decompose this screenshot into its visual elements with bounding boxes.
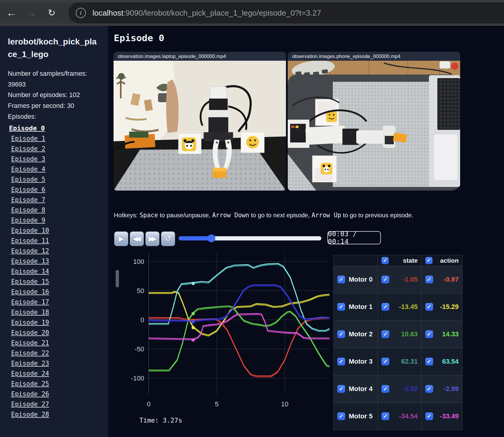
svg-text:0: 0 — [147, 400, 150, 408]
state-column-checkbox[interactable] — [381, 257, 389, 264]
motor-checkbox[interactable] — [337, 358, 345, 365]
motor-action-checkbox[interactable] — [425, 385, 433, 393]
episode-link[interactable]: Episode 13 — [11, 258, 49, 265]
svg-text:100: 100 — [133, 258, 144, 265]
episode-link[interactable]: Episode 14 — [11, 268, 49, 275]
video-phone[interactable] — [288, 61, 460, 191]
episode-link[interactable]: Episode 8 — [11, 206, 45, 214]
episode-link[interactable]: Episode 27 — [11, 401, 49, 408]
seek-slider[interactable] — [179, 236, 321, 240]
episode-heading: Episode 0 — [114, 32, 164, 43]
motor-checkbox[interactable] — [337, 330, 345, 338]
motor-state-checkbox[interactable] — [381, 358, 389, 365]
seek-slider-fill — [179, 236, 211, 240]
motor-checkbox[interactable] — [337, 276, 345, 283]
episode-link[interactable]: Episode 19 — [11, 319, 49, 326]
episode-link[interactable]: Episode 7 — [11, 196, 45, 203]
motor-checkbox[interactable] — [337, 385, 345, 393]
episode-link[interactable]: Episode 24 — [11, 370, 49, 377]
episode-link[interactable]: Episode 17 — [11, 298, 49, 306]
episode-link[interactable]: Episode 20 — [11, 329, 49, 336]
motor-action-checkbox[interactable] — [425, 358, 433, 365]
motor-row: Motor 362.3163.54 — [334, 348, 462, 375]
video-panel-laptop: observation.images.laptop_episode_000000… — [114, 52, 286, 191]
motor-name: Motor 4 — [349, 385, 372, 393]
motor-name-cell: Motor 1 — [334, 293, 378, 320]
video-panel-phone: observation.images.phone_episode_000000.… — [288, 52, 460, 191]
motor-row: Motor 5-34.54-33.49 — [334, 403, 462, 430]
motor-action-cell: -2.99 — [422, 375, 462, 402]
episode-link-current[interactable]: Episode 0 — [9, 124, 45, 132]
url-bar[interactable]: i localhost:9090/lerobot/koch_pick_place… — [68, 2, 504, 23]
episode-link[interactable]: Episode 4 — [11, 166, 45, 173]
state-header-label: state — [403, 257, 418, 264]
motor-state-checkbox[interactable] — [381, 303, 389, 311]
episode-link[interactable]: Episode 21 — [11, 339, 49, 347]
motor-name-cell: Motor 4 — [334, 375, 378, 402]
page-info-icon[interactable]: i — [76, 8, 86, 18]
url-text[interactable]: localhost:9090/lerobot/koch_pick_place_1… — [93, 8, 321, 18]
svg-text:5: 5 — [215, 400, 218, 408]
hotkeys-hint: Hotkeys: Space to pause/unpause, Arrow D… — [114, 212, 413, 219]
motor-state-checkbox[interactable] — [381, 276, 389, 283]
motor-action-value: 63.54 — [442, 358, 459, 365]
motor-row: Motor 0-1.05-0.97 — [334, 266, 462, 293]
motor-table-header-state: state — [378, 255, 421, 266]
motor-action-checkbox[interactable] — [425, 412, 433, 420]
episode-link[interactable]: Episode 2 — [11, 145, 45, 152]
motor-action-checkbox[interactable] — [425, 276, 433, 283]
episode-link[interactable]: Episode 16 — [11, 288, 49, 295]
reload-icon[interactable]: ↻ — [45, 5, 58, 20]
motor-state-value: 10.63 — [401, 330, 418, 338]
motor-action-checkbox[interactable] — [425, 303, 433, 311]
svg-text:-100: -100 — [131, 374, 144, 382]
motor-checkbox[interactable] — [337, 303, 345, 311]
episode-link[interactable]: Episode 5 — [11, 176, 45, 183]
motor-name: Motor 1 — [349, 303, 372, 311]
episode-link[interactable]: Episode 23 — [11, 360, 49, 367]
motor-state-cell: 10.63 — [378, 321, 421, 348]
episode-link[interactable]: Episode 25 — [11, 380, 49, 387]
svg-text:0: 0 — [141, 316, 144, 324]
motor-state-cell: -34.54 — [378, 403, 421, 430]
current-time-label: Time: 3.27s — [139, 417, 182, 424]
episode-link[interactable]: Episode 26 — [11, 390, 49, 398]
motor-row: Motor 1-13.45-15.29 — [334, 293, 462, 321]
episode-link[interactable]: Episode 11 — [11, 237, 49, 244]
episode-link[interactable]: Episode 15 — [11, 278, 49, 285]
episode-link[interactable]: Episode 3 — [11, 155, 45, 163]
motor-name: Motor 2 — [349, 330, 372, 338]
red-object — [451, 63, 458, 70]
forward-icon[interactable]: → — [25, 5, 38, 20]
motor-action-checkbox[interactable] — [425, 330, 433, 338]
episode-link[interactable]: Episode 1 — [11, 135, 45, 142]
episode-link[interactable]: Episode 28 — [11, 411, 49, 418]
back-icon[interactable]: ← — [5, 5, 18, 20]
motor-state-value: 62.31 — [401, 358, 418, 365]
lerobot-dataset-visualizer-page: ← → ↻ i localhost:9090/lerobot/koch_pick… — [0, 0, 504, 437]
motor-name: Motor 5 — [349, 412, 372, 420]
main-content: Episode 0 observation.images.laptop_epis… — [108, 26, 504, 437]
panda-box — [178, 133, 201, 154]
motor-table-header: state action — [334, 255, 462, 266]
motor-table-header-action: action — [422, 255, 462, 266]
video-laptop[interactable] — [114, 61, 286, 191]
motor-state-checkbox[interactable] — [381, 330, 389, 338]
episode-link[interactable]: Episode 10 — [11, 227, 49, 234]
motor-checkbox[interactable] — [337, 412, 345, 420]
motor-action-cell: -0.97 — [422, 266, 462, 293]
browser-top-edge — [0, 0, 504, 2]
motor-chart[interactable]: 100500-50-1000510 — [112, 240, 332, 429]
motor-state-checkbox[interactable] — [381, 412, 389, 420]
motor-name-cell: Motor 2 — [334, 321, 378, 348]
browser-bottom-edge — [0, 23, 504, 26]
episode-link[interactable]: Episode 18 — [11, 309, 49, 316]
episode-link[interactable]: Episode 22 — [11, 350, 49, 357]
episode-link[interactable]: Episode 12 — [11, 247, 49, 255]
motor-state-checkbox[interactable] — [381, 385, 389, 393]
action-column-checkbox[interactable] — [425, 257, 433, 264]
lego-brick — [213, 168, 226, 178]
time-display: 00:03 / 00:14 — [327, 231, 381, 244]
episode-link[interactable]: Episode 9 — [11, 217, 45, 224]
episode-link[interactable]: Episode 6 — [11, 186, 45, 193]
